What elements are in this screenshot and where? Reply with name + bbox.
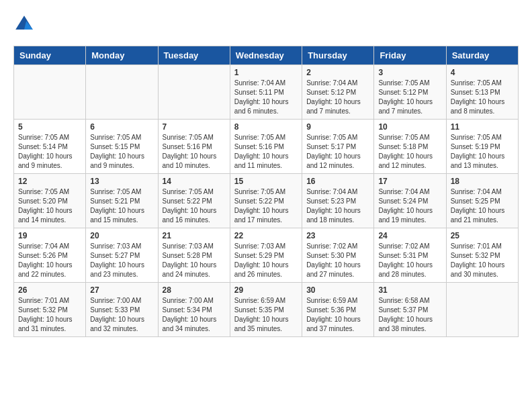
day-number: 19 xyxy=(18,231,81,240)
day-number: 1 xyxy=(234,68,298,77)
day-info: Sunrise: 7:05 AM Sunset: 5:18 PM Dayligh… xyxy=(378,133,441,171)
day-info: Sunrise: 6:59 AM Sunset: 5:36 PM Dayligh… xyxy=(306,296,369,334)
weekday-header-friday: Friday xyxy=(374,46,446,65)
day-info: Sunrise: 7:01 AM Sunset: 5:32 PM Dayligh… xyxy=(18,296,81,334)
calendar-cell: 26Sunrise: 7:01 AM Sunset: 5:32 PM Dayli… xyxy=(14,283,86,337)
day-info: Sunrise: 7:01 AM Sunset: 5:32 PM Dayligh… xyxy=(451,242,514,279)
logo-icon xyxy=(13,13,35,35)
calendar-cell: 29Sunrise: 6:59 AM Sunset: 5:35 PM Dayli… xyxy=(230,283,302,337)
day-number: 11 xyxy=(451,122,514,132)
day-info: Sunrise: 7:04 AM Sunset: 5:26 PM Dayligh… xyxy=(18,242,81,279)
day-number: 31 xyxy=(378,285,441,295)
calendar-table: SundayMondayTuesdayWednesdayThursdayFrid… xyxy=(13,46,519,337)
day-number: 21 xyxy=(163,231,226,240)
calendar-cell: 14Sunrise: 7:05 AM Sunset: 5:22 PM Dayli… xyxy=(158,174,230,228)
day-info: Sunrise: 7:05 AM Sunset: 5:20 PM Dayligh… xyxy=(18,187,81,225)
calendar-week-row: 26Sunrise: 7:01 AM Sunset: 5:32 PM Dayli… xyxy=(14,283,519,337)
day-number: 17 xyxy=(378,177,441,186)
day-number: 9 xyxy=(306,122,369,132)
calendar-cell: 21Sunrise: 7:03 AM Sunset: 5:28 PM Dayli… xyxy=(158,228,230,283)
calendar-cell: 19Sunrise: 7:04 AM Sunset: 5:26 PM Dayli… xyxy=(14,228,86,283)
day-number: 30 xyxy=(306,285,369,295)
day-info: Sunrise: 7:05 AM Sunset: 5:17 PM Dayligh… xyxy=(306,133,369,171)
day-number: 6 xyxy=(90,122,153,132)
day-info: Sunrise: 7:00 AM Sunset: 5:34 PM Dayligh… xyxy=(163,296,226,334)
day-info: Sunrise: 7:00 AM Sunset: 5:33 PM Dayligh… xyxy=(90,296,153,334)
calendar-cell: 28Sunrise: 7:00 AM Sunset: 5:34 PM Dayli… xyxy=(158,283,230,337)
day-number: 4 xyxy=(451,68,514,77)
day-number: 12 xyxy=(18,177,81,186)
day-info: Sunrise: 6:59 AM Sunset: 5:35 PM Dayligh… xyxy=(234,296,298,334)
weekday-header-tuesday: Tuesday xyxy=(158,46,230,65)
calendar-cell: 10Sunrise: 7:05 AM Sunset: 5:18 PM Dayli… xyxy=(374,120,446,174)
calendar-cell: 23Sunrise: 7:02 AM Sunset: 5:30 PM Dayli… xyxy=(302,228,374,283)
calendar-cell: 22Sunrise: 7:03 AM Sunset: 5:29 PM Dayli… xyxy=(230,228,302,283)
calendar-cell: 30Sunrise: 6:59 AM Sunset: 5:36 PM Dayli… xyxy=(302,283,374,337)
day-number: 5 xyxy=(18,122,81,132)
calendar-cell: 8Sunrise: 7:05 AM Sunset: 5:16 PM Daylig… xyxy=(230,120,302,174)
day-number: 25 xyxy=(451,231,514,240)
calendar-cell: 31Sunrise: 6:58 AM Sunset: 5:37 PM Dayli… xyxy=(374,283,446,337)
day-info: Sunrise: 7:04 AM Sunset: 5:11 PM Dayligh… xyxy=(234,79,298,116)
logo xyxy=(13,13,38,35)
calendar-cell xyxy=(86,65,158,120)
day-info: Sunrise: 7:05 AM Sunset: 5:19 PM Dayligh… xyxy=(451,133,514,171)
calendar-cell: 11Sunrise: 7:05 AM Sunset: 5:19 PM Dayli… xyxy=(446,120,518,174)
weekday-header-monday: Monday xyxy=(86,46,158,65)
day-info: Sunrise: 7:02 AM Sunset: 5:31 PM Dayligh… xyxy=(378,242,441,279)
day-info: Sunrise: 7:05 AM Sunset: 5:21 PM Dayligh… xyxy=(90,187,153,225)
calendar-cell: 5Sunrise: 7:05 AM Sunset: 5:14 PM Daylig… xyxy=(14,120,86,174)
day-number: 28 xyxy=(163,285,226,295)
day-info: Sunrise: 7:05 AM Sunset: 5:16 PM Dayligh… xyxy=(163,133,226,171)
day-info: Sunrise: 7:04 AM Sunset: 5:24 PM Dayligh… xyxy=(378,187,441,225)
calendar-cell: 25Sunrise: 7:01 AM Sunset: 5:32 PM Dayli… xyxy=(446,228,518,283)
weekday-header-row: SundayMondayTuesdayWednesdayThursdayFrid… xyxy=(14,46,519,65)
day-number: 14 xyxy=(163,177,226,186)
day-number: 2 xyxy=(306,68,369,77)
day-info: Sunrise: 7:05 AM Sunset: 5:15 PM Dayligh… xyxy=(90,133,153,171)
calendar-cell: 13Sunrise: 7:05 AM Sunset: 5:21 PM Dayli… xyxy=(86,174,158,228)
day-number: 10 xyxy=(378,122,441,132)
calendar-cell: 4Sunrise: 7:05 AM Sunset: 5:13 PM Daylig… xyxy=(446,65,518,120)
calendar-cell: 3Sunrise: 7:05 AM Sunset: 5:12 PM Daylig… xyxy=(374,65,446,120)
day-info: Sunrise: 7:05 AM Sunset: 5:22 PM Dayligh… xyxy=(234,187,298,225)
day-number: 23 xyxy=(306,231,369,240)
day-info: Sunrise: 7:03 AM Sunset: 5:28 PM Dayligh… xyxy=(163,242,226,279)
day-info: Sunrise: 7:03 AM Sunset: 5:27 PM Dayligh… xyxy=(90,242,153,279)
calendar-week-row: 1Sunrise: 7:04 AM Sunset: 5:11 PM Daylig… xyxy=(14,65,519,120)
day-info: Sunrise: 6:58 AM Sunset: 5:37 PM Dayligh… xyxy=(378,296,441,334)
calendar-cell xyxy=(14,65,86,120)
day-number: 7 xyxy=(163,122,226,132)
page-header xyxy=(13,13,519,35)
calendar-cell: 17Sunrise: 7:04 AM Sunset: 5:24 PM Dayli… xyxy=(374,174,446,228)
calendar-cell: 2Sunrise: 7:04 AM Sunset: 5:12 PM Daylig… xyxy=(302,65,374,120)
calendar-cell: 18Sunrise: 7:04 AM Sunset: 5:25 PM Dayli… xyxy=(446,174,518,228)
day-info: Sunrise: 7:05 AM Sunset: 5:14 PM Dayligh… xyxy=(18,133,81,171)
calendar-cell: 7Sunrise: 7:05 AM Sunset: 5:16 PM Daylig… xyxy=(158,120,230,174)
day-number: 13 xyxy=(90,177,153,186)
day-number: 3 xyxy=(378,68,441,77)
day-number: 18 xyxy=(451,177,514,186)
day-info: Sunrise: 7:02 AM Sunset: 5:30 PM Dayligh… xyxy=(306,242,369,279)
calendar-cell xyxy=(158,65,230,120)
calendar-cell: 15Sunrise: 7:05 AM Sunset: 5:22 PM Dayli… xyxy=(230,174,302,228)
calendar-cell: 6Sunrise: 7:05 AM Sunset: 5:15 PM Daylig… xyxy=(86,120,158,174)
calendar-cell xyxy=(446,283,518,337)
calendar-cell: 12Sunrise: 7:05 AM Sunset: 5:20 PM Dayli… xyxy=(14,174,86,228)
day-info: Sunrise: 7:04 AM Sunset: 5:23 PM Dayligh… xyxy=(306,187,369,225)
weekday-header-saturday: Saturday xyxy=(446,46,518,65)
day-number: 8 xyxy=(234,122,298,132)
calendar-week-row: 19Sunrise: 7:04 AM Sunset: 5:26 PM Dayli… xyxy=(14,228,519,283)
day-number: 26 xyxy=(18,285,81,295)
day-info: Sunrise: 7:05 AM Sunset: 5:13 PM Dayligh… xyxy=(451,79,514,116)
day-info: Sunrise: 7:05 AM Sunset: 5:22 PM Dayligh… xyxy=(163,187,226,225)
weekday-header-wednesday: Wednesday xyxy=(230,46,302,65)
day-info: Sunrise: 7:04 AM Sunset: 5:12 PM Dayligh… xyxy=(306,79,369,116)
weekday-header-thursday: Thursday xyxy=(302,46,374,65)
day-number: 20 xyxy=(90,231,153,240)
calendar-week-row: 5Sunrise: 7:05 AM Sunset: 5:14 PM Daylig… xyxy=(14,120,519,174)
day-info: Sunrise: 7:05 AM Sunset: 5:16 PM Dayligh… xyxy=(234,133,298,171)
calendar-cell: 16Sunrise: 7:04 AM Sunset: 5:23 PM Dayli… xyxy=(302,174,374,228)
weekday-header-sunday: Sunday xyxy=(14,46,86,65)
calendar-week-row: 12Sunrise: 7:05 AM Sunset: 5:20 PM Dayli… xyxy=(14,174,519,228)
